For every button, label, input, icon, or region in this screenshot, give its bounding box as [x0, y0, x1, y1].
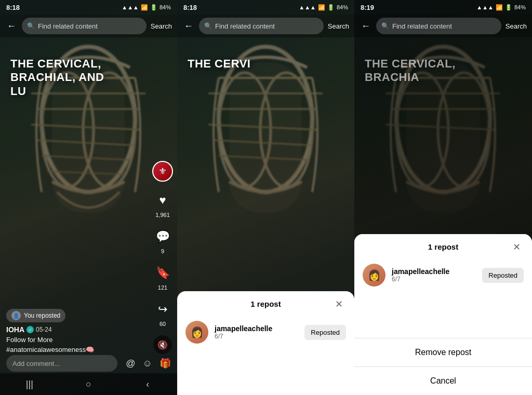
back-button[interactable]: ← [5, 21, 18, 32]
video-title-2: THE CERVI [188, 57, 323, 71]
panel-3: 8:19 ▲▲▲ 📶 🔋 84% ← 🔍 Find related conten… [354, 0, 532, 395]
share-action[interactable]: ↪ 60 [152, 299, 173, 327]
bookmark-action[interactable]: 🔖 121 [152, 263, 173, 291]
share-count: 60 [159, 321, 166, 327]
post-date: 05-24 [36, 326, 52, 333]
status-bar-3: 8:19 ▲▲▲ 📶 🔋 84% [354, 0, 532, 15]
sound-action[interactable]: 🔇 [153, 335, 172, 354]
reposted-button-3[interactable]: Reposted [482, 268, 524, 283]
gift-icon[interactable]: 🎁 [159, 358, 171, 369]
mention-icon[interactable]: @ [126, 358, 135, 369]
search-bar-2: ← 🔍 Find related content Search [177, 15, 354, 37]
repost-item: 👩 jamapelleachelle 6/7 Reposted [185, 317, 346, 348]
video-title: THE CERVICAL,BRACHIAL, ANDLU [10, 57, 146, 98]
status-time: 8:18 [6, 4, 20, 11]
search-icon-2: 🔍 [204, 22, 212, 30]
panel-1: 8:18 ▲▲▲ 📶 🔋 84% ← 🔍 Find related conten… [0, 0, 177, 395]
follow-text: Follow for More [6, 336, 148, 344]
signal-icon-2: ▲▲▲ [299, 4, 316, 10]
bottom-nav: ||| ○ ‹ [0, 373, 177, 395]
wifi-icon-2: 📶 [318, 4, 325, 11]
back-button-3[interactable]: ← [360, 21, 372, 32]
bookmark-icon: 🔖 [152, 263, 173, 283]
wifi-icon-3: 📶 [496, 4, 503, 11]
search-input-wrap-2[interactable]: 🔍 Find related content [199, 18, 324, 34]
right-actions: ⚜ ♥ 1,961 💬 9 🔖 121 ↪ 60 🔇 [152, 161, 173, 354]
hashtag: #anatomicalawesomeness🧠 [6, 346, 148, 353]
remove-repost-item[interactable]: Remove repost [354, 338, 532, 366]
signal-icon: ▲▲▲ [122, 4, 139, 10]
repost-item-3: 👩 jamapelleachelle 6/7 Reposted [363, 260, 524, 291]
modal-close-button-3[interactable]: ✕ [509, 240, 524, 254]
share-icon: ↪ [152, 299, 173, 320]
heart-icon: ♥ [152, 190, 173, 211]
repost-date-3: 6/7 [392, 276, 476, 283]
repost-date: 6/7 [215, 333, 298, 340]
search-placeholder-3: Find related content [392, 22, 452, 30]
repost-username-3: jamapelleachelle [392, 267, 476, 276]
back-button-2[interactable]: ← [182, 21, 195, 32]
like-action[interactable]: ♥ 1,961 [152, 190, 173, 218]
status-icons-3: ▲▲▲ 📶 🔋 84% [476, 4, 526, 11]
search-bar: ← 🔍 Find related content Search [0, 15, 177, 37]
search-button[interactable]: Search [151, 22, 172, 30]
svg-rect-21 [229, 62, 302, 213]
search-icon-3: 🔍 [381, 22, 389, 30]
comment-icon: 💬 [152, 226, 173, 247]
comment-input[interactable]: Add comment... [6, 355, 117, 372]
bottom-info: 👤 You reposted IOHA ✓ 05-24 Follow for M… [6, 309, 148, 353]
repost-info-3: jamapelleachelle 6/7 [392, 267, 476, 283]
repost-modal: 1 repost ✕ 👩 jamapelleachelle 6/7 Repost… [177, 291, 354, 395]
battery-icon: 🔋 [150, 4, 157, 11]
cancel-item[interactable]: Cancel [354, 366, 532, 395]
status-bar-2: 8:18 ▲▲▲ 📶 🔋 84% [177, 0, 354, 15]
nav-back[interactable]: ‹ [137, 374, 158, 394]
like-count: 1,961 [155, 212, 170, 218]
sound-icon: 🔇 [153, 335, 172, 354]
comment-bar: Add comment... @ ☺ 🎁 [0, 353, 177, 373]
search-input-wrap-3[interactable]: 🔍 Find related content [376, 18, 501, 34]
battery-pct-2: 84% [337, 4, 348, 10]
profile-action[interactable]: ⚜ [152, 161, 173, 182]
search-button-3[interactable]: Search [506, 22, 527, 30]
battery-pct-3: 84% [514, 4, 526, 10]
wifi-icon: 📶 [141, 4, 148, 11]
reposted-avatar: 👤 [11, 311, 21, 320]
status-time-2: 8:18 [183, 4, 197, 11]
emoji-icon[interactable]: ☺ [143, 358, 152, 369]
comment-action[interactable]: 💬 9 [152, 226, 173, 254]
battery-pct: 84% [159, 4, 171, 10]
modal-header: 1 repost ✕ [185, 299, 346, 308]
repost-avatar-img-3: 👩 [368, 269, 381, 281]
username-row: IOHA ✓ 05-24 [6, 325, 148, 334]
search-icon: 🔍 [27, 22, 35, 30]
status-icons-2: ▲▲▲ 📶 🔋 84% [299, 4, 348, 11]
username: IOHA [6, 325, 24, 334]
repost-section: 1 repost ✕ 👩 jamapelleachelle 6/7 Repost… [354, 234, 532, 338]
reposted-button[interactable]: Reposted [304, 325, 346, 340]
profile-avatar: ⚜ [152, 161, 173, 182]
repost-avatar-3: 👩 [363, 264, 385, 287]
repost-avatar: 👩 [185, 321, 208, 344]
battery-icon-3: 🔋 [505, 4, 512, 11]
reposted-text: You reposted [24, 312, 60, 319]
search-input-wrap[interactable]: 🔍 Find related content [22, 18, 147, 34]
status-icons: ▲▲▲ 📶 🔋 84% [122, 4, 171, 11]
modal-close-button[interactable]: ✕ [331, 297, 346, 311]
search-button-2[interactable]: Search [328, 22, 349, 30]
search-placeholder: Find related content [38, 22, 98, 30]
comment-actions: @ ☺ 🎁 [126, 358, 171, 369]
context-modal: 1 repost ✕ 👩 jamapelleachelle 6/7 Repost… [354, 234, 532, 395]
repost-username: jamapelleachelle [215, 324, 298, 333]
search-bar-3: ← 🔍 Find related content Search [354, 15, 532, 37]
nav-home[interactable]: ○ [78, 374, 99, 394]
bookmark-count: 121 [158, 284, 167, 291]
context-modal-sheet: 1 repost ✕ 👩 jamapelleachelle 6/7 Repost… [354, 234, 532, 395]
repost-avatar-img: 👩 [191, 326, 204, 338]
panel-2: 8:18 ▲▲▲ 📶 🔋 84% ← 🔍 Find related conten… [177, 0, 354, 395]
comment-placeholder: Add comment... [12, 360, 60, 367]
avatar-img: ⚜ [158, 166, 167, 177]
verified-badge: ✓ [26, 326, 34, 333]
modal-header-3: 1 repost ✕ [363, 242, 524, 251]
nav-menu[interactable]: ||| [19, 374, 40, 394]
